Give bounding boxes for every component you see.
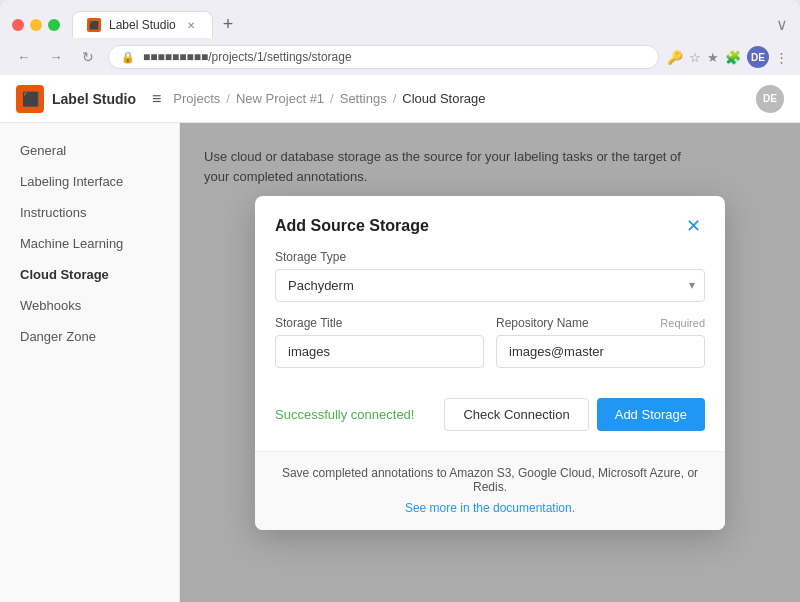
storage-title-label: Storage Title (275, 316, 484, 330)
back-button[interactable]: ← (12, 45, 36, 69)
sidebar-item-labeling-interface[interactable]: Labeling Interface (0, 166, 179, 197)
storage-type-select-wrapper: Pachyderm ▾ (275, 269, 705, 302)
tab-favicon: ⬛ (87, 18, 101, 32)
repo-name-input[interactable] (496, 335, 705, 368)
browser-actions: 🔑 ☆ ★ 🧩 DE ⋮ (667, 46, 788, 68)
breadcrumb-sep-2: / (330, 91, 334, 106)
repo-name-required: Required (660, 317, 705, 329)
modal-overlay: Add Source Storage ✕ Storage Type Pachyd… (180, 123, 800, 602)
check-connection-button[interactable]: Check Connection (444, 398, 588, 431)
star-icon[interactable]: ★ (707, 50, 719, 65)
app-container: ⬛ Label Studio ≡ Projects / New Project … (0, 75, 800, 602)
forward-button[interactable]: → (44, 45, 68, 69)
address-bar: ← → ↻ 🔒 ■■■■■■■■■/projects/1/settings/st… (0, 39, 800, 75)
storage-title-group: Storage Title (275, 316, 484, 368)
traffic-lights (12, 19, 60, 31)
user-avatar[interactable]: DE (747, 46, 769, 68)
storage-type-select[interactable]: Pachyderm (275, 269, 705, 302)
sidebar: General Labeling Interface Instructions … (0, 123, 180, 602)
app-logo-text: Label Studio (52, 91, 136, 107)
documentation-link[interactable]: See more in the documentation. (405, 501, 575, 515)
modal-footer: Save completed annotations to Amazon S3,… (255, 451, 725, 530)
storage-title-input[interactable] (275, 335, 484, 368)
url-text: ■■■■■■■■■/projects/1/settings/storage (143, 50, 646, 64)
modal-close-button[interactable]: ✕ (681, 214, 705, 238)
modal-header: Add Source Storage ✕ (255, 196, 725, 250)
sidebar-item-cloud-storage[interactable]: Cloud Storage (0, 259, 179, 290)
form-row-title-repo: Storage Title Repository Name Required (275, 316, 705, 382)
lock-icon: 🔒 (121, 51, 135, 64)
maximize-traffic-light[interactable] (48, 19, 60, 31)
action-buttons: Check Connection Add Storage (444, 398, 705, 431)
breadcrumb-projects[interactable]: Projects (173, 91, 220, 106)
url-bar[interactable]: 🔒 ■■■■■■■■■/projects/1/settings/storage (108, 45, 659, 69)
breadcrumb-sep-3: / (393, 91, 397, 106)
breadcrumb-sep-1: / (226, 91, 230, 106)
sidebar-item-instructions[interactable]: Instructions (0, 197, 179, 228)
main-layout: General Labeling Interface Instructions … (0, 123, 800, 602)
repo-name-group: Repository Name Required (496, 316, 705, 368)
storage-type-group: Storage Type Pachyderm ▾ (275, 250, 705, 302)
hamburger-button[interactable]: ≡ (152, 90, 161, 108)
new-tab-button[interactable]: + (213, 10, 244, 39)
modal-actions: Successfully connected! Check Connection… (275, 398, 705, 431)
app-logo-icon: ⬛ (16, 85, 44, 113)
bookmark-icon[interactable]: ☆ (689, 50, 701, 65)
content-area: Use cloud or database storage as the sou… (180, 123, 800, 602)
storage-type-label: Storage Type (275, 250, 705, 264)
breadcrumb-current: Cloud Storage (402, 91, 485, 106)
sidebar-item-general[interactable]: General (0, 135, 179, 166)
tab-bar: ⬛ Label Studio ✕ + (72, 10, 243, 39)
key-icon[interactable]: 🔑 (667, 50, 683, 65)
breadcrumb: Projects / New Project #1 / Settings / C… (173, 91, 756, 106)
modal-title: Add Source Storage (275, 217, 429, 235)
logo-area: ⬛ Label Studio (16, 85, 136, 113)
refresh-button[interactable]: ↻ (76, 45, 100, 69)
modal-body: Storage Type Pachyderm ▾ Storag (255, 250, 725, 451)
topnav-right: DE (756, 85, 784, 113)
close-traffic-light[interactable] (12, 19, 24, 31)
sidebar-item-machine-learning[interactable]: Machine Learning (0, 228, 179, 259)
user-de-badge[interactable]: DE (756, 85, 784, 113)
active-tab[interactable]: ⬛ Label Studio ✕ (72, 11, 213, 38)
minimize-traffic-light[interactable] (30, 19, 42, 31)
modal-footer-text: Save completed annotations to Amazon S3,… (275, 466, 705, 494)
sidebar-item-danger-zone[interactable]: Danger Zone (0, 321, 179, 352)
menu-dots-icon[interactable]: ⋮ (775, 50, 788, 65)
tab-close-button[interactable]: ✕ (184, 18, 198, 32)
tab-collapse-button[interactable]: ∨ (776, 15, 788, 34)
puzzle-icon[interactable]: 🧩 (725, 50, 741, 65)
app-topnav: ⬛ Label Studio ≡ Projects / New Project … (0, 75, 800, 123)
add-source-storage-modal: Add Source Storage ✕ Storage Type Pachyd… (255, 196, 725, 530)
repo-name-label-row: Repository Name Required (496, 316, 705, 330)
success-message: Successfully connected! (275, 407, 414, 422)
add-storage-button[interactable]: Add Storage (597, 398, 705, 431)
breadcrumb-project-name[interactable]: New Project #1 (236, 91, 324, 106)
tab-title: Label Studio (109, 18, 176, 32)
sidebar-item-webhooks[interactable]: Webhooks (0, 290, 179, 321)
breadcrumb-settings[interactable]: Settings (340, 91, 387, 106)
browser-chrome: ⬛ Label Studio ✕ + ∨ ← → ↻ 🔒 ■■■■■■■■■/p… (0, 0, 800, 75)
repo-name-label: Repository Name (496, 316, 589, 330)
